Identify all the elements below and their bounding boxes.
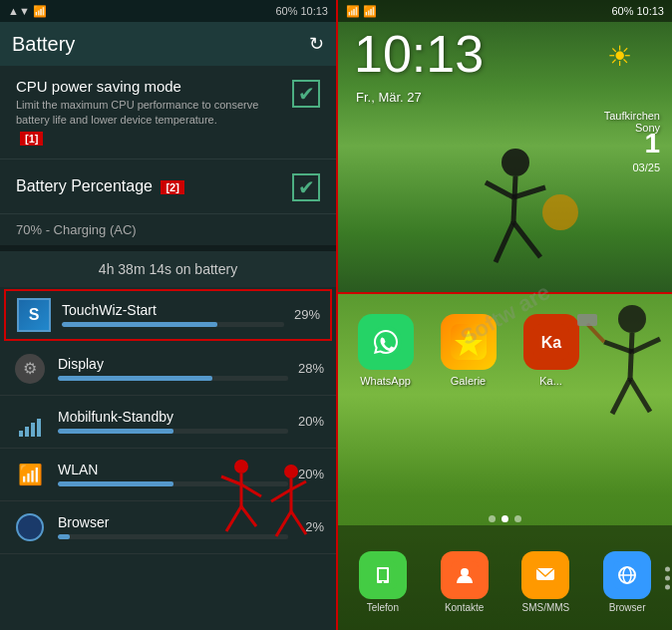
checkmark-icon-2: ✔	[298, 177, 315, 197]
galerie-label: Galerie	[451, 375, 486, 387]
app-info-mobilfunk: Mobilfunk-Standby	[58, 409, 288, 434]
home-screen-bg: WhatsApp	[338, 294, 672, 630]
dock-item-sms[interactable]: SMS/MMS	[511, 551, 579, 613]
settings-content: CPU power saving mode Limit the maximum …	[0, 66, 336, 630]
app-row-wlan[interactable]: 📶 WLAN 20%	[0, 449, 336, 501]
dock-item-telefon[interactable]: Telefon	[349, 551, 417, 613]
contacts-icon	[441, 551, 489, 599]
status-bar-left: ▲▼ 📶 60% 10:13	[0, 0, 336, 22]
dock-item-kontakte[interactable]: Kontakte	[431, 551, 499, 613]
app-row-display[interactable]: ⚙ Display 28%	[0, 343, 336, 396]
app-bar-touchwiz	[62, 322, 284, 327]
sms-icon	[521, 551, 569, 599]
app-icon-mobilfunk	[12, 404, 48, 440]
left-panel: ▲▼ 📶 60% 10:13 Battery ↻ CPU power savin…	[0, 0, 336, 630]
cpu-setting-title: CPU power saving mode	[16, 78, 284, 95]
sms-svg	[531, 561, 559, 589]
app-percent-mobilfunk: 20%	[296, 414, 324, 429]
lock-date: Fr., Mär. 27	[356, 90, 422, 105]
wifi-icon: 📶	[18, 463, 43, 486]
home-stickman-svg	[532, 294, 672, 454]
dock-bar: Telefon Kontakte	[338, 525, 672, 630]
home-icon-whatsapp[interactable]: WhatsApp	[348, 314, 423, 387]
lock-screen-bg: 📶 📶 60% 10:13 10:13 Fr., Mär. 27 Taufkir…	[338, 0, 672, 292]
svg-point-18	[542, 194, 578, 230]
contacts-svg	[451, 561, 479, 589]
app-info-touchwiz: TouchWiz-Start	[62, 302, 284, 327]
app-bar-fill-browser	[58, 534, 70, 539]
signal-icon	[15, 407, 45, 437]
app-icon-touchwiz: S	[16, 297, 52, 333]
app-bar-browser	[58, 534, 288, 539]
app-row-mobilfunk[interactable]: Mobilfunk-Standby 20%	[0, 396, 336, 449]
signal-bar-4	[37, 419, 41, 437]
sms-label: SMS/MMS	[521, 602, 569, 613]
svg-line-30	[587, 324, 604, 342]
checkmark-icon: ✔	[298, 84, 315, 104]
whatsapp-icon	[358, 314, 414, 370]
lock-stickman-svg	[406, 133, 605, 292]
svg-line-26	[604, 342, 632, 352]
app-bar-fill-display	[58, 376, 212, 381]
svg-line-17	[513, 222, 540, 257]
dots-indicator	[338, 515, 672, 522]
app-row-browser[interactable]: Browser 2%	[0, 501, 336, 554]
whatsapp-label: WhatsApp	[360, 375, 411, 387]
status-left-icons: ▲▼ 📶	[8, 5, 47, 18]
galerie-icon	[441, 314, 497, 370]
cpu-checkbox[interactable]: ✔	[292, 80, 320, 108]
svg-line-28	[612, 379, 630, 414]
svg-line-29	[630, 379, 650, 412]
refresh-icon[interactable]: ↻	[309, 33, 324, 55]
app-bar-display	[58, 376, 288, 381]
telefon-label: Telefon	[367, 602, 399, 613]
svg-point-34	[461, 568, 469, 576]
app-icon-browser	[12, 509, 48, 545]
cpu-power-saving-setting[interactable]: CPU power saving mode Limit the maximum …	[0, 66, 336, 159]
app-name-touchwiz: TouchWiz-Start	[62, 302, 284, 318]
svg-line-25	[630, 333, 632, 379]
browser-dock-label: Browser	[609, 602, 646, 613]
svg-line-15	[513, 187, 545, 197]
app-bar-fill-wlan	[58, 481, 173, 486]
side-dots	[665, 566, 670, 589]
lock-calendar-date: 03/25	[632, 161, 660, 173]
kontakte-label: Kontakte	[445, 602, 484, 613]
app-row-touchwiz[interactable]: S TouchWiz-Start 29%	[4, 289, 332, 341]
battery-percentage-checkbox[interactable]: ✔	[292, 173, 320, 201]
signal-bar-2	[25, 427, 29, 437]
dock-icons-row: Telefon Kontakte	[338, 525, 672, 630]
home-icon-galerie[interactable]: Galerie	[431, 314, 505, 387]
app-bar-fill-mobilfunk	[58, 429, 173, 434]
dock-item-browser[interactable]: Browser	[593, 551, 661, 613]
annotation-label-2: [2]	[161, 180, 183, 194]
sun-icon: ☀	[607, 40, 632, 73]
lock-calendar-day: 1	[644, 128, 660, 159]
signal-bar-1	[19, 431, 23, 437]
dot-1	[489, 515, 496, 522]
lock-time: 10:13	[354, 28, 484, 80]
app-percent-display: 28%	[296, 361, 324, 376]
right-panel: 📶 📶 60% 10:13 10:13 Fr., Mär. 27 Taufkir…	[336, 0, 672, 630]
app-info-wlan: WLAN	[58, 462, 288, 486]
dot-3	[514, 515, 521, 522]
app-percent-touchwiz: 29%	[292, 307, 320, 322]
dot-2	[502, 515, 508, 522]
app-percent-wlan: 20%	[296, 467, 324, 481]
battery-header: Battery ↻	[0, 22, 336, 66]
battery-percentage-label: Battery Percentage	[16, 177, 153, 194]
status-right-right: 60% 10:13	[611, 5, 664, 17]
status-bar-right: 📶 📶 60% 10:13	[338, 0, 672, 22]
svg-point-12	[502, 149, 529, 176]
cpu-setting-desc: Limit the maximum CPU performance to con…	[16, 98, 284, 129]
s-icon: S	[17, 298, 51, 332]
page-title: Battery	[12, 33, 75, 56]
svg-rect-32	[369, 561, 397, 589]
status-right-info: 60% 10:13	[275, 5, 328, 17]
app-name-mobilfunk: Mobilfunk-Standby	[58, 409, 288, 425]
app-bar-mobilfunk	[58, 429, 288, 434]
globe-icon	[16, 513, 44, 541]
svg-point-24	[618, 305, 646, 333]
battery-percentage-setting[interactable]: Battery Percentage [2] ✔	[0, 159, 336, 214]
app-bar-wlan	[58, 481, 288, 486]
